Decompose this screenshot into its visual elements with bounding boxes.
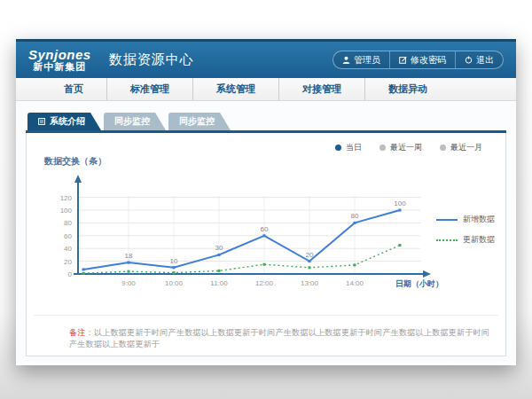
filter-option-last-week[interactable]: 最近一周	[379, 142, 422, 153]
user-icon	[342, 56, 350, 64]
filter-label: 最近一月	[450, 142, 482, 153]
change-password-label: 修改密码	[411, 54, 446, 66]
svg-text:20: 20	[306, 251, 314, 259]
nav-item-interface-mgmt[interactable]: 对接管理	[279, 78, 365, 100]
app-window: Synjones 新中新集团 数据资源中心 管理员 修改密码 退出	[16, 39, 516, 365]
radio-icon	[440, 145, 446, 151]
svg-text:18: 18	[125, 252, 133, 260]
svg-text:40: 40	[64, 245, 72, 253]
tab-label: 同步监控	[114, 115, 150, 128]
svg-text:日期（小时）: 日期（小时）	[395, 279, 443, 288]
footnote-separator: ：	[86, 328, 94, 337]
svg-text:80: 80	[351, 212, 359, 220]
nav-item-system-mgmt[interactable]: 系统管理	[193, 78, 279, 100]
footnote-label: 备注	[69, 328, 86, 337]
page-title: 数据资源中心	[109, 51, 194, 68]
svg-text:14:00: 14:00	[346, 279, 364, 287]
tab-sync-monitor-1[interactable]: 同步监控	[104, 113, 166, 130]
change-password-button[interactable]: 修改密码	[389, 51, 455, 68]
filter-option-last-month[interactable]: 最近一月	[440, 142, 482, 153]
page-background: { "header": { "logo_line1": "Synjones", …	[0, 0, 532, 399]
svg-text:20: 20	[64, 258, 72, 266]
user-label: 管理员	[354, 54, 380, 66]
legend-entry-new-data: 新增数据	[436, 214, 495, 225]
legend-label: 更新数据	[463, 234, 495, 246]
line-chart: 数据交换（条） 0204060801001209:0010:0011:0012:…	[34, 155, 498, 291]
filter-label: 当日	[346, 142, 362, 153]
solid-line-icon	[436, 219, 458, 221]
svg-text:60: 60	[261, 225, 269, 233]
logout-label: 退出	[476, 54, 494, 66]
svg-text:60: 60	[64, 232, 72, 240]
tab-label: 同步监控	[179, 115, 215, 128]
footnote: 备注：以上数据更新于时间产生数据以上数据更新于时间产生数据以上数据更新于时间产生…	[34, 315, 498, 356]
edit-icon	[399, 56, 407, 64]
svg-text:12:00: 12:00	[255, 279, 274, 287]
company-logo: Synjones 新中新集团	[28, 48, 91, 72]
svg-text:100: 100	[60, 207, 73, 215]
svg-text:9:00: 9:00	[121, 279, 136, 287]
chart-panel: 当日 最近一周 最近一月 数据交换（条） 0204060801001209:00…	[26, 133, 506, 356]
user-toolbar: 管理员 修改密码 退出	[332, 51, 504, 69]
tab-label: 系统介绍	[50, 115, 85, 128]
svg-text:11:00: 11:00	[210, 279, 228, 287]
line-chart-svg: 0204060801001209:0010:0011:0012:0013:001…	[37, 171, 445, 291]
tab-system-intro[interactable]: 系统介绍	[27, 113, 101, 130]
nav-item-standard-mgmt[interactable]: 标准管理	[107, 78, 193, 100]
main-nav: 首页 标准管理 系统管理 对接管理 数据异动	[16, 78, 516, 101]
dotted-line-icon	[436, 239, 458, 241]
svg-text:10:00: 10:00	[165, 279, 184, 287]
time-range-filter: 当日 最近一周 最近一月	[34, 138, 498, 153]
svg-text:0: 0	[68, 270, 73, 278]
svg-text:120: 120	[60, 194, 73, 202]
footnote-text: 以上数据更新于时间产生数据以上数据更新于时间产生数据以上数据更新于时间产生数据以…	[69, 328, 489, 348]
legend-label: 新增数据	[463, 214, 495, 225]
svg-text:13:00: 13:00	[301, 279, 319, 287]
svg-text:80: 80	[64, 219, 72, 227]
app-header: Synjones 新中新集团 数据资源中心 管理员 修改密码 退出	[16, 39, 516, 78]
content-area: 系统介绍 同步监控 同步监控 当日 最近一周	[16, 101, 516, 363]
tab-bar: 系统介绍 同步监控 同步监控	[26, 113, 506, 130]
filter-label: 最近一周	[390, 142, 422, 153]
logo-subtext: 新中新集团	[33, 62, 86, 73]
y-axis-title: 数据交换（条）	[44, 155, 498, 168]
user-menu-button[interactable]: 管理员	[333, 51, 389, 68]
radio-icon	[335, 145, 341, 151]
power-icon	[465, 56, 473, 64]
filter-option-today[interactable]: 当日	[335, 142, 362, 153]
tab-sync-monitor-2[interactable]: 同步监控	[168, 113, 231, 130]
logout-button[interactable]: 退出	[455, 51, 503, 68]
legend-entry-update-data: 更新数据	[436, 234, 495, 246]
nav-item-home[interactable]: 首页	[41, 78, 107, 100]
radio-icon	[379, 145, 386, 151]
nav-item-data-change[interactable]: 数据异动	[365, 78, 450, 100]
svg-text:30: 30	[215, 244, 223, 252]
svg-text:100: 100	[394, 200, 406, 207]
chart-legend: 新增数据 更新数据	[436, 214, 495, 246]
logo-text: Synjones	[28, 48, 91, 62]
document-icon	[38, 117, 45, 127]
svg-text:10: 10	[170, 257, 178, 265]
